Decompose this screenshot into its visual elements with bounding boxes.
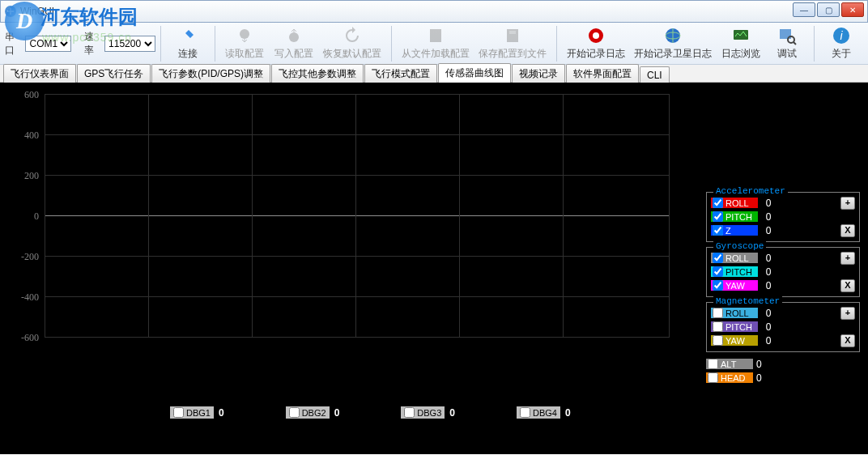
dbg1-checkbox[interactable]: DBG1 — [170, 406, 214, 419]
gyro-title: Gyroscope — [713, 241, 766, 251]
head-value: 0 — [756, 372, 762, 384]
ytick-600: 600 — [8, 89, 39, 101]
acc-x-button[interactable]: X — [840, 224, 855, 237]
gyro-roll-checkbox[interactable]: ROLL — [711, 253, 758, 263]
ytick-400: 400 — [8, 130, 39, 142]
svg-rect-5 — [509, 31, 516, 34]
gear-up-icon — [284, 26, 304, 45]
acc-title: Accelerometer — [713, 186, 788, 196]
dbg2-checkbox[interactable]: DBG2 — [286, 406, 330, 419]
file-open-icon — [426, 26, 445, 45]
tab-sensor-graph[interactable]: 传感器曲线图 — [438, 63, 511, 83]
tab-pid-gps[interactable]: 飞行参数(PID/GPS)调整 — [151, 64, 270, 83]
svg-point-1 — [240, 29, 249, 39]
acc-pitch-checkbox[interactable]: PITCH — [711, 211, 758, 222]
mag-roll-value: 0 — [761, 308, 776, 319]
file-save-icon — [503, 26, 522, 45]
dbg4-checkbox[interactable]: DBG4 — [517, 406, 560, 419]
chart-area: 600 400 200 0 -200 -400 -600 — [8, 83, 664, 455]
start-sat-log-button[interactable]: 开始记录卫星日志 — [629, 24, 716, 63]
extra-sensors: ALT 0 HEAD 0 — [706, 357, 860, 385]
window-maximize-button[interactable]: ▢ — [817, 2, 840, 17]
mag-yaw-checkbox[interactable]: YAW — [711, 335, 758, 346]
mag-title: Magnetometer — [713, 296, 782, 306]
window-titlebar: WinGUI — ▢ ✕ — [0, 0, 868, 23]
record-icon — [586, 26, 606, 45]
image-search-icon — [777, 26, 797, 45]
tab-gps-mission[interactable]: GPS飞行任务 — [77, 64, 151, 83]
mag-pitch-checkbox[interactable]: PITCH — [711, 321, 758, 332]
restore-config-button[interactable]: 恢复默认配置 — [318, 24, 386, 63]
gyro-plus-button[interactable]: + — [840, 252, 855, 265]
tab-flight-mode[interactable]: 飞行模式配置 — [364, 64, 437, 83]
svg-rect-3 — [430, 29, 441, 42]
mag-x-button[interactable]: X — [840, 334, 855, 347]
acc-plus-button[interactable]: + — [840, 197, 855, 210]
ytick-0: 0 — [8, 210, 39, 223]
view-log-button[interactable]: 日志浏览 — [717, 24, 766, 63]
acc-z-value: 0 — [761, 225, 776, 236]
app-icon — [4, 5, 17, 18]
acc-roll-checkbox[interactable]: ROLL — [711, 198, 758, 208]
dbg2-value: 0 — [334, 407, 340, 419]
gear-down-icon — [235, 26, 254, 45]
gyro-roll-value: 0 — [761, 253, 776, 264]
tab-cli[interactable]: CLI — [640, 66, 670, 83]
mag-plus-button[interactable]: + — [840, 307, 855, 320]
mag-pitch-value: 0 — [761, 321, 776, 333]
dbg1-value: 0 — [219, 407, 224, 419]
mag-yaw-value: 0 — [761, 335, 776, 347]
gyroscope-panel: Gyroscope ROLL 0 + PITCH 0 YAW 0 X — [706, 247, 860, 297]
svg-point-7 — [593, 32, 599, 39]
acc-z-checkbox[interactable]: Z — [711, 225, 758, 236]
sensor-graph-panel: 600 400 200 0 -200 -400 -600 DBG1 0 DBG2… — [0, 83, 868, 454]
window-close-button[interactable]: ✕ — [841, 2, 864, 17]
tab-other-params[interactable]: 飞控其他参数调整 — [271, 64, 364, 83]
tab-video[interactable]: 视频记录 — [512, 64, 565, 83]
ytick-n200: -200 — [8, 251, 39, 263]
debug-button[interactable]: 调试 — [765, 24, 809, 63]
ytick-200: 200 — [8, 170, 39, 182]
baud-select[interactable]: 115200 — [104, 36, 155, 52]
window-minimize-button[interactable]: — — [793, 2, 815, 17]
save-file-button[interactable]: 保存配置到文件 — [474, 24, 551, 63]
port-label: 串口 — [5, 30, 22, 57]
write-config-button[interactable]: 写入配置 — [270, 24, 319, 63]
gyro-yaw-checkbox[interactable]: YAW — [711, 280, 758, 291]
connect-button[interactable]: 连接 — [166, 24, 210, 63]
alt-checkbox[interactable]: ALT — [706, 359, 753, 369]
accelerometer-panel: Accelerometer ROLL 0 + PITCH 0 Z 0 X — [706, 192, 860, 242]
tab-strip: 飞行仪表界面 GPS飞行任务 飞行参数(PID/GPS)调整 飞控其他参数调整 … — [0, 65, 868, 83]
tab-instruments[interactable]: 飞行仪表界面 — [3, 64, 76, 83]
globe-icon — [663, 26, 683, 45]
refresh-icon — [343, 26, 362, 45]
gyro-yaw-value: 0 — [761, 280, 776, 291]
dbg3-value: 0 — [449, 407, 455, 419]
window-title: WinGUI — [20, 6, 54, 17]
dbg4-value: 0 — [565, 407, 571, 419]
gyro-pitch-checkbox[interactable]: PITCH — [711, 266, 758, 277]
mag-roll-checkbox[interactable]: ROLL — [711, 308, 758, 318]
gyro-pitch-value: 0 — [761, 266, 776, 278]
magnetometer-panel: Magnetometer ROLL 0 + PITCH 0 YAW 0 X — [706, 302, 860, 352]
svg-point-2 — [289, 32, 299, 42]
monitor-icon — [731, 26, 751, 45]
tab-ui-config[interactable]: 软件界面配置 — [566, 64, 639, 83]
baud-label: 速率 — [84, 30, 101, 57]
debug-row: DBG1 0 DBG2 0 DBG3 0 DBG4 0 — [170, 406, 571, 419]
port-select[interactable]: COM1 — [25, 36, 71, 52]
ytick-n400: -400 — [8, 291, 39, 304]
ytick-n600: -600 — [8, 332, 39, 344]
acc-pitch-value: 0 — [761, 211, 776, 223]
start-log-button[interactable]: 开始记录日志 — [562, 24, 630, 63]
dbg3-checkbox[interactable]: DBG3 — [401, 406, 445, 419]
about-button[interactable]: i 关于 — [819, 24, 863, 63]
gyro-x-button[interactable]: X — [840, 279, 855, 292]
head-checkbox[interactable]: HEAD — [706, 372, 753, 383]
plug-icon — [178, 26, 198, 45]
acc-roll-value: 0 — [761, 198, 776, 209]
alt-value: 0 — [756, 359, 762, 370]
info-icon: i — [832, 26, 851, 45]
load-file-button[interactable]: 从文件加载配置 — [397, 24, 474, 63]
read-config-button[interactable]: 读取配置 — [220, 24, 270, 63]
